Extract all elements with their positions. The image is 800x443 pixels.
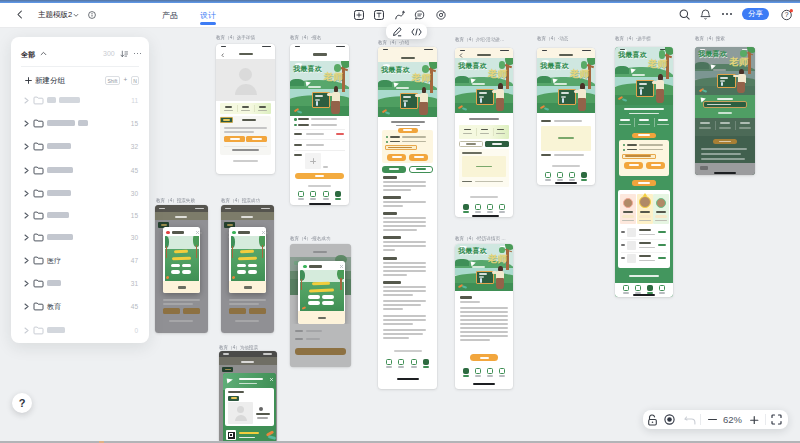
svg-text:?: ? (785, 11, 789, 18)
